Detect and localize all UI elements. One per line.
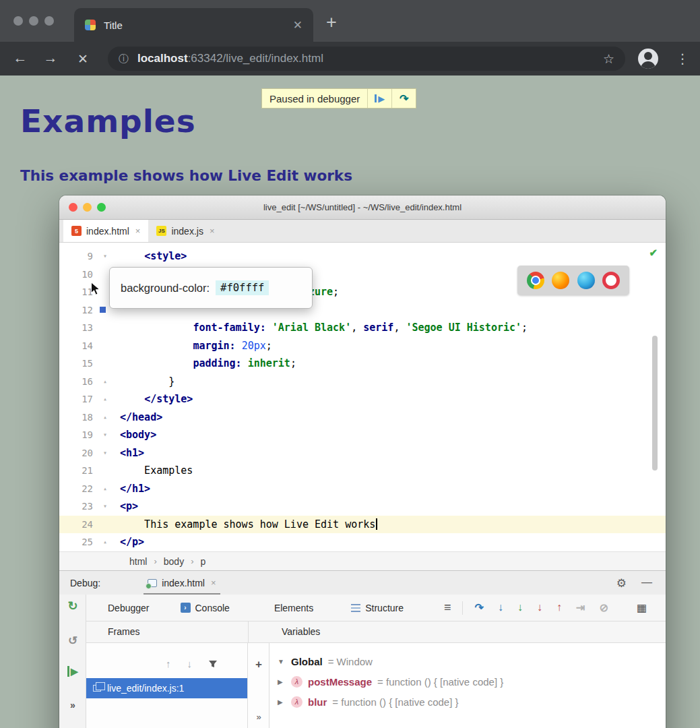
browser-tab[interactable]: Title ✕ <box>74 8 313 42</box>
breadcrumb-item[interactable]: html <box>129 556 147 567</box>
tab-close-icon[interactable]: × <box>135 226 141 236</box>
info-icon[interactable]: ⓘ <box>119 53 129 65</box>
code-line[interactable]: 15 padding: inherit; <box>59 355 666 373</box>
stack-frame-label: live_edit/index.js:1 <box>107 683 184 694</box>
code-line[interactable]: 22▴</h1> <box>59 480 666 498</box>
code-line[interactable]: 25▴</p> <box>59 533 666 551</box>
tab-console[interactable]: Console <box>181 603 230 613</box>
bookmark-star-icon[interactable]: ☆ <box>603 51 614 67</box>
fold-marker-icon[interactable]: ▴ <box>93 533 117 551</box>
editor-tab-index-js[interactable]: index.js × <box>148 220 222 242</box>
gutter-space <box>93 319 117 337</box>
code-line[interactable]: 18▴</head> <box>59 408 666 427</box>
window-controls[interactable] <box>13 16 54 26</box>
opera-icon[interactable] <box>602 272 620 289</box>
expander-closed-icon[interactable]: ▶ <box>278 698 286 706</box>
browser-menu-icon[interactable]: ⋮ <box>676 51 689 67</box>
variable-row[interactable]: ▶λpostMessage= function () { [native cod… <box>269 671 666 692</box>
code-line[interactable]: 19▾<body> <box>59 426 666 444</box>
next-frame-icon[interactable]: ↓ <box>187 658 193 669</box>
ide-close-button[interactable] <box>69 203 77 212</box>
stop-reload-icon[interactable]: ✕ <box>73 51 92 67</box>
text-caret <box>376 518 377 530</box>
profile-avatar[interactable] <box>638 49 658 69</box>
window-minimize-button[interactable] <box>29 16 38 26</box>
variable-row[interactable]: ▼Global= Window <box>269 651 666 671</box>
breadcrumb-item[interactable]: body <box>164 556 184 567</box>
gutter-marker[interactable] <box>100 307 106 313</box>
new-tab-button[interactable]: + <box>326 12 337 33</box>
fold-marker-icon[interactable]: ▴ <box>93 408 117 427</box>
gear-icon[interactable]: ⚙ <box>616 576 627 590</box>
expander-closed-icon[interactable]: ▶ <box>278 678 286 686</box>
edge-icon[interactable] <box>577 272 595 289</box>
code-line[interactable]: 16▴ } <box>59 373 666 391</box>
code-line[interactable]: 17▴ </style> <box>59 390 666 408</box>
force-step-into-icon[interactable]: ↓ <box>517 601 523 614</box>
tab-debugger[interactable]: Debugger <box>108 603 150 613</box>
fold-marker-icon[interactable]: ▾ <box>93 497 117 516</box>
tab-structure[interactable]: Structure <box>351 603 404 613</box>
fold-marker-icon[interactable]: ▴ <box>93 373 117 391</box>
drop-frame-icon[interactable]: ↓ <box>537 601 542 614</box>
chrome-icon[interactable] <box>527 272 544 289</box>
gutter-space <box>93 462 117 480</box>
editor-scrollbar[interactable] <box>652 336 658 471</box>
step-over-banner-button[interactable]: ↷ <box>391 89 416 108</box>
hide-toolwindow-icon[interactable]: — <box>641 576 652 588</box>
address-bar[interactable]: ⓘ localhost:63342/live_edit/index.html ☆ <box>108 47 625 71</box>
ide-minimize-button[interactable] <box>83 203 92 212</box>
tab-close-icon[interactable]: × <box>210 226 215 236</box>
step-over-icon[interactable]: ↷ <box>475 601 484 614</box>
add-watch-icon[interactable]: + <box>248 658 269 671</box>
more-actions-icon[interactable]: » <box>248 712 269 722</box>
step-out-icon[interactable]: ↑ <box>556 601 562 614</box>
code-line[interactable]: 13 font-family: 'Arial Black', serif, 'S… <box>59 319 666 337</box>
debug-panel-headers: Frames Variables <box>86 621 666 643</box>
resume-script-button[interactable]: ▶ <box>367 89 391 108</box>
code-line[interactable]: 23▾<p> <box>59 497 666 516</box>
restart-icon[interactable]: ↺ <box>59 634 86 648</box>
code-line[interactable]: 21 Examples <box>59 462 666 480</box>
debug-label: Debug: <box>70 578 100 588</box>
tab-close-icon[interactable]: ✕ <box>293 18 303 32</box>
tab-close-icon[interactable]: × <box>211 578 216 588</box>
code-line[interactable]: 14 margin: 20px; <box>59 337 666 355</box>
code-line[interactable]: 20▾<h1> <box>59 444 666 462</box>
window-zoom-button[interactable] <box>44 16 54 26</box>
fold-marker-icon[interactable]: ▾ <box>93 444 117 462</box>
fold-marker-icon[interactable]: ▴ <box>93 390 117 408</box>
mute-breakpoints-icon[interactable]: ⊘ <box>599 601 608 614</box>
expander-open-icon[interactable]: ▼ <box>278 658 286 665</box>
inspections-ok-icon[interactable]: ✔ <box>649 247 658 259</box>
forward-icon[interactable]: → <box>41 50 60 66</box>
firefox-icon[interactable] <box>552 272 569 289</box>
window-close-button[interactable] <box>13 16 23 26</box>
fold-marker-icon[interactable]: ▾ <box>93 247 117 266</box>
breadcrumb: html›body›p <box>59 551 666 570</box>
selected-stack-frame[interactable]: live_edit/index.js:1 <box>86 678 247 698</box>
editor-tab-index-html[interactable]: index.html × <box>63 220 148 242</box>
run-to-cursor-icon[interactable]: ⇥ <box>576 601 585 614</box>
resume-program-icon[interactable]: ▶ <box>59 666 86 677</box>
filter-funnel-icon[interactable] <box>208 659 218 669</box>
variable-row[interactable]: ▶λblur= function () { [native code] } <box>269 692 666 712</box>
previous-frame-icon[interactable]: ↑ <box>166 658 171 669</box>
fold-marker-icon[interactable]: ▾ <box>93 426 117 444</box>
back-icon[interactable]: ← <box>11 50 30 66</box>
step-into-icon[interactable]: ↓ <box>498 601 503 614</box>
hamburger-menu-icon[interactable]: ≡ <box>444 601 451 615</box>
code-line[interactable]: 24 This example shows how Live Edit work… <box>59 516 666 534</box>
ide-window-controls[interactable] <box>69 203 106 212</box>
more-actions-icon[interactable]: » <box>59 700 86 710</box>
ide-zoom-button[interactable] <box>97 203 106 212</box>
debug-session-tab[interactable]: index.html × <box>144 571 220 595</box>
layout-settings-icon[interactable]: ▦ <box>637 601 647 614</box>
frames-panel-title: Frames <box>108 626 139 637</box>
rerun-icon[interactable]: ↻ <box>59 599 86 613</box>
breadcrumb-item[interactable]: p <box>201 556 206 567</box>
fold-marker-icon[interactable]: ▴ <box>93 480 117 498</box>
tab-elements[interactable]: Elements <box>274 603 313 613</box>
editor-tabbar: index.html × index.js × <box>59 220 666 243</box>
code-line[interactable]: 9▾ <style> <box>59 247 666 266</box>
